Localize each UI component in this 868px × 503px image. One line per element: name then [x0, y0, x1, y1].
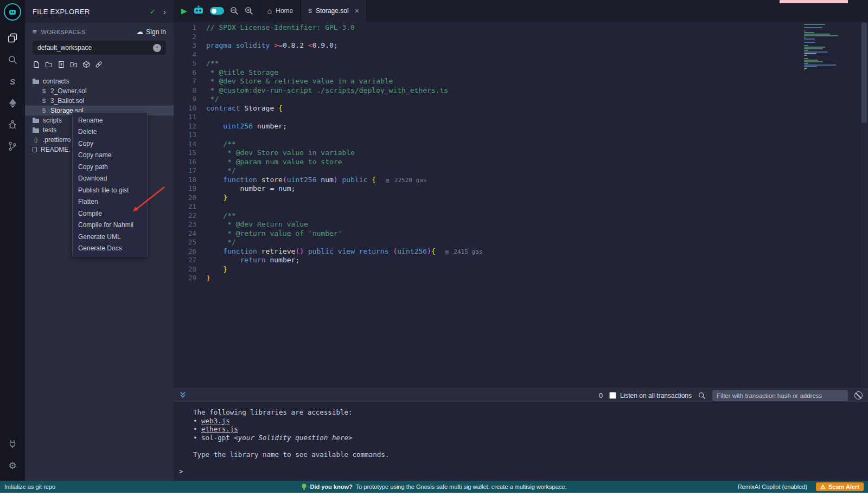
- tree-item-label: 3_Ballot.sol: [50, 97, 84, 105]
- remixai-robot-icon[interactable]: [193, 5, 204, 17]
- new-folder-icon[interactable]: [45, 61, 53, 70]
- clear-console-icon[interactable]: [854, 391, 863, 399]
- line-number: 11: [174, 113, 206, 122]
- line-number: 26: [174, 247, 206, 256]
- line-number: 21: [174, 202, 206, 211]
- code-line[interactable]: 14 /**: [174, 140, 868, 149]
- cube-icon[interactable]: [82, 61, 90, 70]
- code-line[interactable]: 1// SPDX-License-Identifier: GPL-3.0: [174, 23, 868, 33]
- copilot-toggle[interactable]: [210, 7, 224, 15]
- tree-item-contracts[interactable]: contracts: [25, 76, 174, 86]
- code-line[interactable]: 26 function retrieve() public view retur…: [174, 247, 868, 256]
- upload-file-icon[interactable]: [58, 61, 65, 70]
- code-line[interactable]: 2: [174, 33, 868, 42]
- new-file-icon[interactable]: [33, 61, 40, 70]
- terminal-link[interactable]: ethers.js: [201, 425, 238, 433]
- hamburger-menu-icon[interactable]: ≡: [33, 28, 37, 36]
- scam-alert-badge[interactable]: ⚠ Scam Alert: [816, 482, 864, 491]
- settings-gear-icon[interactable]: ⚙: [0, 455, 25, 476]
- context-menu-item-copy[interactable]: Copy: [73, 138, 147, 150]
- context-menu-item-compile-for-nahmii[interactable]: Compile for Nahmii: [73, 220, 147, 231]
- plugin-manager-icon[interactable]: [0, 433, 25, 455]
- line-number: 9: [174, 95, 206, 104]
- code-editor[interactable]: 1// SPDX-License-Identifier: GPL-3.023pr…: [174, 22, 868, 389]
- code-line[interactable]: 6 * @title Storage: [174, 68, 868, 78]
- context-menu-item-delete[interactable]: Delete: [73, 126, 147, 138]
- search-icon[interactable]: [0, 49, 25, 70]
- debugger-icon[interactable]: [0, 114, 25, 136]
- code-line[interactable]: 29}: [174, 274, 868, 283]
- remix-logo-icon[interactable]: [4, 3, 21, 21]
- terminal[interactable]: The following libraries are accessible:•…: [174, 402, 868, 481]
- code-line[interactable]: 28 }: [174, 265, 868, 274]
- solidity-icon: S: [308, 8, 312, 14]
- code-line[interactable]: 12 uint256 number;: [174, 122, 868, 131]
- code-line[interactable]: 9 */: [174, 95, 868, 104]
- zoom-out-icon[interactable]: [230, 7, 239, 15]
- scrollbar-thumb[interactable]: [861, 23, 867, 123]
- code-line[interactable]: 10contract Storage {: [174, 104, 868, 113]
- deploy-run-icon[interactable]: [0, 92, 25, 114]
- code-line[interactable]: 23 * @dev Return value: [174, 220, 868, 229]
- tab-home[interactable]: ⌂ Home: [260, 0, 301, 22]
- code-line[interactable]: 18 function store(uint256 num) public {▤…: [174, 176, 868, 185]
- code-line[interactable]: 5/**: [174, 59, 868, 68]
- line-number: 12: [174, 122, 206, 131]
- code-line[interactable]: 27 return number;: [174, 256, 868, 265]
- git-init-button[interactable]: Initialize as git repo: [4, 483, 55, 490]
- upload-folder-icon[interactable]: [70, 61, 78, 70]
- line-number: 3: [174, 41, 206, 50]
- close-icon[interactable]: ×: [355, 7, 359, 15]
- code-line[interactable]: 11: [174, 113, 868, 122]
- code-line[interactable]: 7 * @dev Store & retrieve value in a var…: [174, 77, 868, 86]
- workspace-options-icon[interactable]: ≡: [153, 44, 161, 52]
- link-icon[interactable]: [95, 61, 103, 70]
- code-line[interactable]: 21: [174, 202, 868, 211]
- transaction-filter-input[interactable]: [712, 390, 848, 401]
- tab-storage-sol[interactable]: S Storage.sol ×: [301, 0, 367, 22]
- context-menu-item-copy-name[interactable]: Copy name: [73, 150, 147, 162]
- chevron-right-icon[interactable]: ›: [163, 7, 166, 16]
- context-menu-item-rename[interactable]: Rename: [73, 114, 147, 126]
- zoom-in-icon[interactable]: [245, 7, 253, 15]
- listen-checkbox[interactable]: [609, 392, 616, 399]
- line-number: 1: [174, 23, 206, 33]
- code-line[interactable]: 13: [174, 131, 868, 140]
- code-line[interactable]: 20 }: [174, 194, 868, 203]
- tree-item-3-ballot-sol[interactable]: S3_Ballot.sol: [25, 96, 174, 106]
- expand-terminal-icon[interactable]: [179, 391, 187, 401]
- sol-icon: S: [41, 98, 47, 104]
- context-menu-item-generate-uml[interactable]: Generate UML: [73, 231, 147, 243]
- line-number: 16: [174, 158, 206, 167]
- run-script-button[interactable]: ▶: [181, 7, 187, 15]
- code-line[interactable]: 15 * @dev Store value in variable: [174, 149, 868, 158]
- code-line[interactable]: 25 */: [174, 238, 868, 247]
- check-icon: ✓: [150, 8, 156, 16]
- tree-item-label: .prettierro: [43, 136, 71, 144]
- code-line[interactable]: 3pragma solidity >=0.8.2 <0.9.0;: [174, 41, 868, 50]
- code-line[interactable]: 4: [174, 50, 868, 60]
- context-menu-item-copy-path[interactable]: Copy path: [73, 161, 147, 173]
- tree-item-2-owner-sol[interactable]: S2_Owner.sol: [25, 86, 174, 96]
- copilot-status[interactable]: RemixAI Copilot (enabled): [738, 483, 807, 490]
- gas-icon: ▤: [445, 249, 449, 255]
- solidity-compiler-icon[interactable]: S: [0, 70, 25, 92]
- code-line[interactable]: 19 number = num;: [174, 184, 868, 194]
- terminal-search-icon[interactable]: [698, 392, 706, 399]
- minimap[interactable]: [804, 24, 856, 70]
- code-line[interactable]: 17 */: [174, 166, 868, 176]
- workspaces-label: WORKSPACES: [41, 29, 86, 35]
- terminal-link[interactable]: web3.js: [201, 417, 230, 425]
- editor-scrollbar[interactable]: [860, 22, 868, 389]
- workspace-selector[interactable]: default_workspace ≡: [33, 41, 166, 55]
- tab-storage-label: Storage.sol: [316, 7, 349, 15]
- sign-in-button[interactable]: ☁ Sign in: [136, 28, 166, 36]
- code-line[interactable]: 24 * @return value of 'number': [174, 229, 868, 238]
- git-icon[interactable]: [0, 136, 25, 157]
- file-explorer-icon[interactable]: [0, 27, 25, 49]
- code-line[interactable]: 8 * @custom:dev-run-script ./scripts/dep…: [174, 86, 868, 95]
- sol-icon: S: [41, 108, 47, 114]
- code-line[interactable]: 16 * @param num value to store: [174, 158, 868, 167]
- code-line[interactable]: 22 /**: [174, 211, 868, 221]
- context-menu-item-generate-docs[interactable]: Generate Docs: [73, 243, 147, 255]
